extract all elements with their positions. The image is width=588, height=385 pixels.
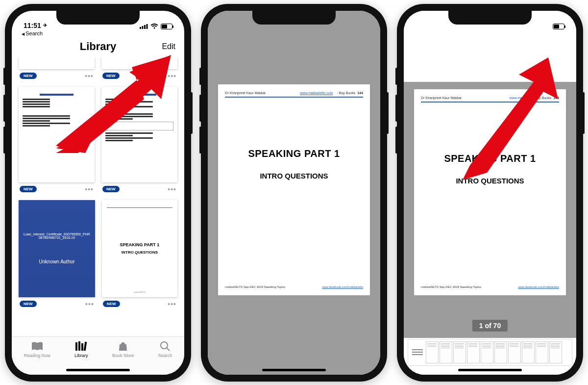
status-time: 11:51 [24, 22, 41, 29]
tab-reading-now[interactable]: Reading Now [24, 341, 50, 358]
bag-icon [118, 341, 128, 352]
tab-search[interactable]: Search [158, 341, 172, 358]
home-indicator[interactable] [262, 369, 326, 371]
phone-library: 11:51✈ Search Library Edit NEW••• NEW• [5, 4, 191, 382]
book-filename: Loan_Interest_Certificate_830795056_PHR … [24, 232, 90, 239]
page-title: Library [45, 40, 151, 53]
battery-icon [553, 24, 564, 29]
signal-icon [140, 24, 148, 29]
notch [448, 11, 532, 25]
new-badge: NEW [102, 186, 120, 192]
home-indicator[interactable] [458, 369, 522, 371]
page-thumb[interactable] [549, 341, 562, 363]
page-thumb[interactable] [481, 341, 493, 363]
svg-rect-5 [78, 341, 80, 351]
pdf-header: Dr Kiranpreet Kaur Makkar www.makkarielt… [225, 91, 363, 98]
svg-rect-7 [84, 341, 87, 350]
library-icon [75, 341, 88, 352]
page-thumb[interactable] [522, 341, 535, 363]
svg-rect-0 [140, 27, 141, 29]
notch [252, 11, 336, 25]
more-icon[interactable]: ••• [85, 185, 94, 193]
notch [56, 11, 140, 25]
page-thumb[interactable] [426, 341, 439, 363]
new-badge: NEW [20, 301, 37, 307]
new-badge: NEW [20, 73, 37, 79]
cover-title: SPEAKING PART 1 [120, 242, 159, 247]
wifi-icon [150, 24, 158, 29]
svg-rect-6 [81, 343, 83, 351]
book-item[interactable]: Loan_Interest_Certificate_830795056_PHR … [19, 200, 95, 311]
pdf-subheading: INTRO QUESTIONS [218, 172, 370, 180]
battery-icon [161, 24, 172, 29]
pdf-heading: SPEAKING PART 1 [218, 148, 370, 159]
svg-marker-28 [463, 57, 558, 180]
page-thumb[interactable] [440, 341, 452, 363]
back-to-search[interactable]: Search [12, 30, 184, 38]
svg-rect-3 [147, 24, 148, 29]
thumbnail-strip[interactable] [408, 339, 572, 366]
edit-button[interactable]: Edit [151, 42, 175, 51]
phone-pdf-reader: 11:51✈ Search Introduction Sept - Dec 20… [397, 4, 583, 382]
svg-rect-4 [75, 342, 77, 351]
svg-point-8 [161, 342, 168, 349]
new-badge: NEW [20, 186, 37, 192]
page-thumb[interactable] [453, 341, 466, 363]
annotation-arrow [56, 55, 178, 153]
search-icon [160, 341, 171, 352]
svg-rect-2 [144, 25, 146, 29]
page-thumb[interactable] [536, 341, 548, 363]
more-icon[interactable]: ••• [168, 185, 176, 193]
svg-line-9 [167, 348, 170, 351]
pdf-footer: makkarIELTS Sep-DEC 2018 Speaking Topics… [225, 285, 363, 288]
page-thumb[interactable] [467, 341, 480, 363]
svg-rect-1 [142, 26, 144, 29]
pdf-footer: makkarIELTS Sep-DEC 2018 Speaking Topics… [421, 285, 559, 288]
annotation-arrow [463, 57, 565, 180]
tab-book-store[interactable]: Book Store [112, 341, 134, 358]
library-navbar: Library Edit [12, 38, 184, 57]
more-icon[interactable]: ••• [168, 300, 176, 308]
page-thumb[interactable] [508, 341, 521, 363]
phone-pdf-view: Dr Kiranpreet Kaur Makkar www.makkarielt… [201, 4, 387, 382]
tab-library[interactable]: Library [74, 341, 88, 358]
page-thumb[interactable] [494, 341, 507, 363]
pdf-page[interactable]: Dr Kiranpreet Kaur Makkar www.makkarielt… [218, 84, 370, 295]
book-item[interactable]: SPEAKING PART 1 INTRO QUESTIONS makkarIE… [102, 200, 177, 311]
book-author: Unknown Author [39, 259, 74, 264]
cover-subtitle: INTRO QUESTIONS [122, 250, 158, 255]
new-badge: NEW [103, 301, 120, 307]
page-indicator: 1 of 70 [472, 320, 508, 332]
home-indicator[interactable] [66, 369, 130, 371]
book-open-icon [31, 341, 44, 351]
more-icon[interactable]: ••• [85, 300, 94, 308]
